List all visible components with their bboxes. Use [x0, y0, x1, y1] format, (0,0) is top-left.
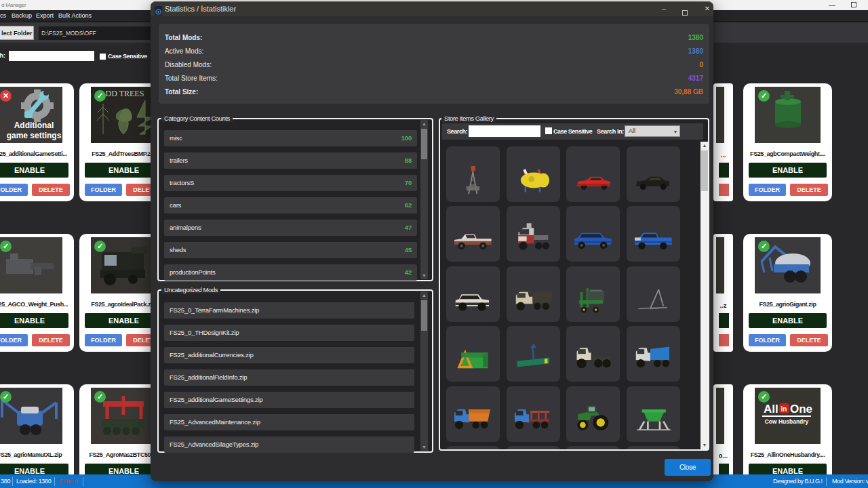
svg-text:All: All	[764, 403, 778, 415]
svg-text:Additional: Additional	[14, 121, 54, 130]
svg-text:game settings: game settings	[7, 131, 62, 140]
svg-text:One: One	[790, 403, 812, 415]
svg-text:DD TREES: DD TREES	[106, 89, 144, 98]
svg-text:Cow Husbandry: Cow Husbandry	[765, 418, 809, 425]
svg-text:in: in	[781, 405, 787, 413]
